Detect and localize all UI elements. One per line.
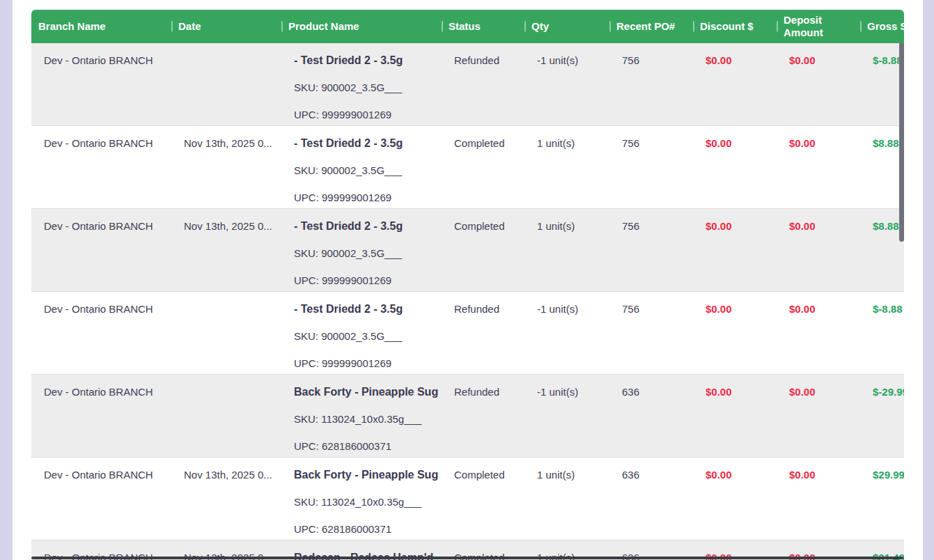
cell-branch: Dev - Ontario BRANCH [31,209,171,233]
cell-status: Refunded [442,292,524,316]
product-name: - Test Driedd 2 - 3.5g [294,302,442,316]
cell-discount: $0.00 [693,126,777,150]
product-sku: SKU: 900002_3.5G___ [294,329,442,343]
cell-date [171,375,281,384]
cell-recent-po: 756 [609,43,693,68]
product-upc: UPC: 999999001269 [294,190,442,205]
cell-recent-po: 756 [609,292,693,316]
product-upc: UPC: 999999001269 [294,273,442,288]
cell-date: Nov 13th, 2025 0... [171,126,281,150]
cell-gross-sales: $8.88 [860,209,904,233]
table-row[interactable]: Dev - Ontario BRANCH Nov 13th, 2025 0...… [31,126,904,209]
cell-status: Refunded [442,375,524,399]
cell-branch: Dev - Ontario BRANCH [31,126,171,150]
cell-status: Completed [442,126,524,150]
cell-status: Completed [442,458,524,482]
table-row[interactable]: Dev - Ontario BRANCH Nov 13th, 2025 0...… [31,209,904,292]
product-name: - Test Driedd 2 - 3.5g [294,219,442,233]
header-qty: Qty [524,20,609,33]
cell-product: - Test Driedd 2 - 3.5g SKU: 900002_3.5G_… [281,126,442,205]
cell-qty: -1 unit(s) [524,43,609,68]
product-upc: UPC: 628186000371 [294,522,442,536]
table-row[interactable]: Dev - Ontario BRANCH Nov 13th, 2025 0...… [31,458,904,540]
header-deposit-amount: Deposit Amount [777,14,860,39]
cell-date: Nov 13th, 2025 0... [171,209,281,233]
cell-qty: -1 unit(s) [524,375,609,399]
product-upc: UPC: 628186000371 [294,439,442,453]
product-sku: SKU: 113024_10x0.35g___ [294,495,442,509]
product-sku: SKU: 900002_3.5G___ [294,163,442,178]
cell-product: Back Forty - Pineapple Sug SKU: 113024_1… [281,458,442,536]
cell-gross-sales: $-8.88 [860,292,904,316]
header-date: Date [171,20,281,33]
vertical-scrollbar-thumb[interactable] [899,43,904,242]
cell-status: Completed [442,209,524,233]
cell-gross-sales: $-8.88 [860,43,904,68]
cell-product: - Test Driedd 2 - 3.5g SKU: 900002_3.5G_… [281,209,442,288]
header-gross-sales: Gross Sa [860,20,904,33]
product-sku: SKU: 900002_3.5G___ [294,80,442,95]
cell-deposit: $0.00 [777,209,860,233]
header-branch-name: Branch Name [31,20,171,33]
cell-gross-sales: $8.88 [860,126,904,150]
cell-deposit: $0.00 [777,292,860,316]
cell-branch: Dev - Ontario BRANCH [31,375,171,399]
cell-discount: $0.00 [693,375,777,399]
cell-deposit: $0.00 [777,43,860,68]
cell-qty: -1 unit(s) [524,292,609,316]
cell-product: - Test Driedd 2 - 3.5g SKU: 900002_3.5G_… [281,43,442,122]
cell-branch: Dev - Ontario BRANCH [31,43,171,68]
cell-qty: 1 unit(s) [524,209,609,233]
product-upc: UPC: 999999001269 [294,356,442,371]
cell-status: Refunded [442,43,524,68]
page-gutter-right [923,0,934,560]
header-discount: Discount $ [693,20,777,33]
cell-branch: Dev - Ontario BRANCH [31,292,171,316]
header-recent-po: Recent PO# [609,20,693,33]
cell-date [171,43,281,53]
table-row[interactable]: Dev - Ontario BRANCH - Test Driedd 2 - 3… [31,43,904,126]
cell-product: Back Forty - Pineapple Sug SKU: 113024_1… [281,375,442,453]
cell-qty: 1 unit(s) [524,458,609,482]
product-sku: SKU: 900002_3.5G___ [294,246,442,260]
cell-recent-po: 756 [609,126,693,150]
cell-discount: $0.00 [693,292,777,316]
cell-recent-po: 636 [609,375,693,399]
cell-deposit: $0.00 [777,126,860,150]
orders-table: Branch Name Date Product Name Status Qty… [31,10,904,560]
cell-branch: Dev - Ontario BRANCH [31,458,171,482]
cell-recent-po: 636 [609,458,693,482]
cell-deposit: $0.00 [777,458,860,482]
cell-qty: 1 unit(s) [524,126,609,150]
product-sku: SKU: 113024_10x0.35g___ [294,412,442,426]
product-upc: UPC: 999999001269 [294,107,442,122]
cell-discount: $0.00 [693,43,777,68]
header-status: Status [442,20,524,33]
cell-recent-po: 756 [609,209,693,233]
table-row[interactable]: Dev - Ontario BRANCH - Test Driedd 2 - 3… [31,292,904,375]
page-gutter-left [0,0,13,560]
table-row[interactable]: Dev - Ontario BRANCH Back Forty - Pineap… [31,375,904,458]
cell-gross-sales: $-29.99 [860,375,904,399]
cell-date: Nov 13th, 2025 0... [171,458,281,482]
cell-gross-sales: $29.99 [860,458,904,482]
product-name: - Test Driedd 2 - 3.5g [294,136,442,150]
product-name: - Test Driedd 2 - 3.5g [294,53,442,68]
cell-product: - Test Driedd 2 - 3.5g SKU: 900002_3.5G_… [281,292,442,371]
horizontal-scrollbar-thumb[interactable] [31,557,903,559]
product-name: Back Forty - Pineapple Sug [294,384,442,399]
cell-discount: $0.00 [693,458,777,482]
cell-date [171,292,281,302]
cell-discount: $0.00 [693,209,777,233]
product-name: Back Forty - Pineapple Sug [294,467,442,482]
cell-deposit: $0.00 [777,375,860,399]
table-header-row: Branch Name Date Product Name Status Qty… [31,10,904,43]
header-product-name: Product Name [281,20,442,33]
